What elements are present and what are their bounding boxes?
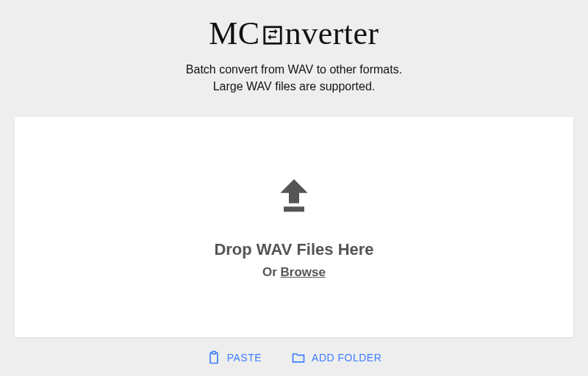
dropzone-heading: Drop WAV Files Here	[214, 240, 373, 259]
add-folder-button[interactable]: ADD FOLDER	[291, 350, 381, 365]
svg-rect-3	[212, 352, 215, 354]
paste-label: PASTE	[227, 352, 262, 364]
subtitle: Batch convert from WAV to other formats.…	[186, 61, 402, 95]
add-folder-label: ADD FOLDER	[312, 352, 381, 364]
svg-rect-0	[264, 26, 281, 43]
dropzone-or-line: Or Browse	[262, 265, 326, 280]
file-dropzone[interactable]: Drop WAV Files Here Or Browse	[15, 117, 573, 337]
browse-link[interactable]: Browse	[281, 265, 326, 279]
upload-icon	[273, 174, 315, 218]
or-text: Or	[262, 265, 281, 279]
clipboard-icon	[207, 350, 221, 365]
action-bar: PASTE ADD FOLDER	[207, 350, 382, 365]
folder-icon	[291, 350, 306, 365]
app-logo: MC nverter	[209, 15, 379, 52]
subtitle-line-2: Large WAV files are supported.	[186, 78, 402, 95]
svg-rect-1	[284, 207, 304, 212]
paste-button[interactable]: PASTE	[207, 350, 262, 365]
swap-arrows-icon	[262, 24, 284, 46]
logo-text-prefix: MC	[209, 15, 259, 52]
logo-text-suffix: nverter	[285, 15, 379, 52]
subtitle-line-1: Batch convert from WAV to other formats.	[186, 61, 402, 78]
